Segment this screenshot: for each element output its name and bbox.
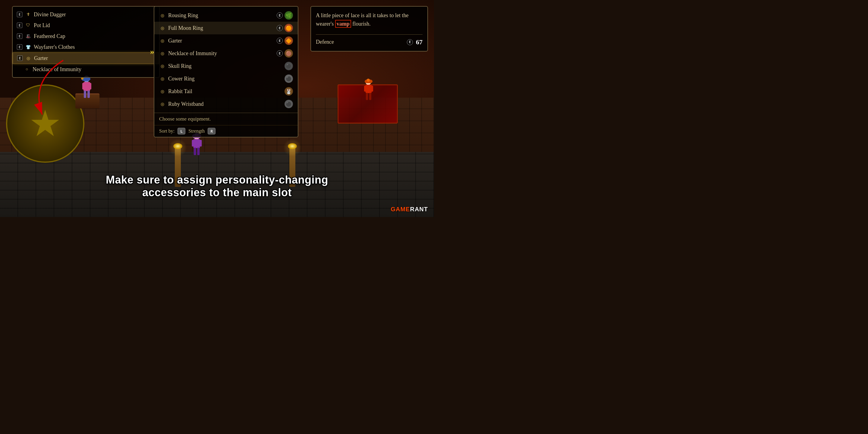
svg-rect-22 — [197, 148, 199, 155]
equip-badge: E — [17, 33, 22, 39]
eq-garter[interactable]: ◎ Garter E 🔶 — [154, 34, 298, 47]
highlight-word: vamp — [335, 20, 351, 28]
item-thumbnail: 🟤 — [284, 49, 293, 58]
star-decoration: ★ — [6, 84, 84, 163]
item-label: Pot Lid — [34, 22, 155, 29]
item-label: Skull Ring — [168, 63, 282, 69]
ring-icon: ◎ — [159, 63, 166, 69]
watermark-game: GAME — [391, 206, 410, 213]
dagger-icon: 🗡 — [25, 11, 31, 18]
eq-rousing-ring[interactable]: ◎ Rousing Ring E 🌿 — [154, 9, 298, 22]
item-thumbnail: ⚫ — [284, 74, 293, 83]
equip-indicator: E 🔶 — [277, 36, 293, 45]
equip-badge: E — [17, 23, 22, 28]
item-label: Feathered Cap — [34, 33, 155, 39]
equipment-footer: Choose some equipment. — [154, 113, 298, 125]
svg-rect-5 — [87, 90, 90, 98]
ring-icon: ◎ — [159, 50, 166, 57]
equip-badge: E — [17, 12, 22, 17]
item-thumbnail: 🐰 — [284, 87, 293, 96]
svg-rect-2 — [82, 83, 85, 90]
item-label: Garter — [34, 55, 155, 61]
e-key: E — [277, 50, 283, 56]
eq-cower-ring[interactable]: ◎ Cower Ring ⚫ — [154, 72, 298, 85]
equipment-list: ◎ Rousing Ring E 🌿 ◎ Full Moon Ring E 🟠 … — [154, 7, 298, 113]
description-panel: A little piece of lace is all it takes t… — [310, 6, 428, 52]
svg-rect-4 — [84, 90, 86, 98]
item-label: Garter — [168, 38, 274, 44]
item-pot-lid[interactable]: E 🛡 Pot Lid — [13, 20, 159, 31]
eq-necklace-immunity[interactable]: ◎ Necklace of Immunity E 🟤 — [154, 47, 298, 60]
watermark: GAMERANT — [391, 206, 428, 213]
caption-line2: accessories to the main slot — [0, 186, 434, 199]
stat-name: Defence — [316, 39, 404, 45]
sort-label: Sort by: — [159, 128, 175, 134]
ring-icon: ◎ — [25, 55, 32, 61]
item-label: Divine Dagger — [34, 11, 155, 18]
stat-bar: Defence E 67 — [316, 34, 423, 46]
lamp-light-right — [288, 143, 297, 149]
ring-icon: ◎ — [159, 12, 166, 19]
item-wayfarers-clothes[interactable]: E 👕 Wayfarer's Clothes — [13, 41, 159, 53]
character-blue — [80, 75, 93, 101]
equip-indicator: E 🟠 — [277, 24, 293, 32]
item-feathered-cap[interactable]: E 🎩 Feathered Cap — [13, 31, 159, 41]
item-thumbnail: 🟠 — [284, 24, 293, 32]
equip-indicator: ⚫ — [284, 74, 293, 83]
cap-icon: 🎩 — [25, 33, 31, 39]
equip-badge: E — [17, 56, 23, 61]
eq-skull-ring[interactable]: ◎ Skull Ring ⚫ — [154, 60, 298, 72]
svg-rect-13 — [366, 93, 368, 100]
equipment-panel: ◎ Rousing Ring E 🌿 ◎ Full Moon Ring E 🟠 … — [154, 6, 299, 137]
eq-full-moon-ring[interactable]: ◎ Full Moon Ring E 🟠 — [154, 22, 298, 34]
ring-icon: ◎ — [159, 25, 166, 31]
svg-rect-19 — [192, 140, 194, 147]
caption-text: Make sure to assign personality-changing… — [0, 174, 434, 199]
equip-indicator: E 🟤 — [277, 49, 293, 58]
svg-rect-21 — [194, 148, 196, 155]
sort-left-key[interactable]: L — [178, 128, 185, 134]
item-label: Full Moon Ring — [168, 25, 274, 31]
item-thumbnail: 🔶 — [284, 36, 293, 45]
circle-icon: ○ — [24, 66, 30, 73]
item-label: Rabbit Tail — [168, 88, 282, 95]
equip-badge: E — [17, 44, 22, 50]
ring-icon: ◎ — [159, 37, 166, 44]
ring-icon: ◎ — [159, 88, 166, 95]
eq-ruby-wristband[interactable]: ◎ Ruby Wristband ⚫ — [154, 98, 298, 110]
inventory-panel: E 🗡 Divine Dagger E 🛡 Pot Lid E 🎩 Feathe… — [12, 6, 160, 78]
stat-e-badge: E — [407, 39, 413, 45]
item-label: Rousing Ring — [168, 12, 274, 19]
e-key: E — [277, 25, 283, 31]
svg-rect-20 — [199, 140, 202, 147]
eq-rabbit-tail[interactable]: ◎ Rabbit Tail 🐰 — [154, 85, 298, 98]
description-text-after: flourish. — [352, 21, 371, 27]
svg-rect-18 — [193, 139, 200, 148]
character-red — [362, 79, 375, 104]
e-key: E — [277, 38, 283, 44]
footer-text: Choose some equipment. — [159, 116, 211, 122]
item-necklace-immunity[interactable]: ○ Necklace of Immunity — [13, 64, 159, 75]
item-thumbnail: ⚫ — [284, 62, 293, 70]
equip-indicator: ⚫ — [284, 62, 293, 70]
svg-rect-3 — [89, 83, 91, 90]
item-garter[interactable]: E ◎ Garter — [13, 53, 159, 64]
item-label: Ruby Wristband — [168, 101, 282, 107]
svg-rect-14 — [369, 93, 371, 100]
svg-rect-12 — [371, 86, 373, 92]
svg-rect-11 — [364, 86, 367, 92]
ring-icon: ◎ — [159, 75, 166, 82]
item-label: Wayfarer's Clothes — [34, 44, 155, 50]
item-thumbnail: ⚫ — [284, 100, 293, 108]
shield-icon: 🛡 — [25, 22, 31, 29]
stat-value: 67 — [416, 38, 423, 46]
sort-right-key[interactable]: R — [208, 128, 216, 134]
sort-value: Strength — [188, 128, 205, 134]
item-thumbnail: 🌿 — [284, 11, 293, 20]
item-description: A little piece of lace is all it takes t… — [316, 11, 423, 28]
clothes-icon: 👕 — [25, 44, 31, 50]
watermark-rant: RANT — [410, 206, 428, 213]
item-divine-dagger[interactable]: E 🗡 Divine Dagger — [13, 9, 159, 20]
item-label: Necklace of Immunity — [168, 50, 274, 57]
item-label: Cower Ring — [168, 76, 282, 82]
